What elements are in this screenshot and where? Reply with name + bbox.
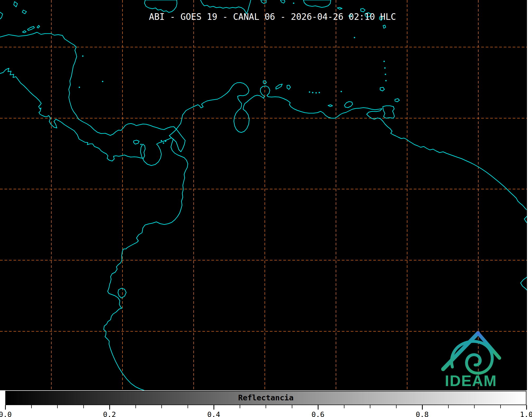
colorbar-minor-tick xyxy=(188,405,188,408)
colorbar-minor-tick xyxy=(448,405,449,408)
colorbar: Reflectancia 0.00.20.40.60.81.0 xyxy=(0,390,532,417)
colorbar-minor-tick xyxy=(344,405,344,408)
islet-dot xyxy=(340,91,342,92)
colorbar-major-tick xyxy=(213,405,214,410)
islet-dot xyxy=(312,92,313,93)
islet-dot xyxy=(79,86,80,88)
colorbar-minor-tick xyxy=(370,405,370,408)
islet-dot xyxy=(309,91,310,93)
colorbar-tick-label: 0.0 xyxy=(0,410,12,417)
islet-dot xyxy=(163,142,164,144)
colorbar-minor-tick xyxy=(135,405,136,408)
colorbar-tick-label: 0.6 xyxy=(312,410,325,417)
islet-dot xyxy=(385,80,387,81)
colorbar-tick-label: 0.2 xyxy=(103,410,116,417)
islet-dot xyxy=(354,37,355,38)
colorbar-major-tick xyxy=(318,405,319,410)
islet-dot xyxy=(140,144,142,145)
colorbar-tick-label: 1.0 xyxy=(520,410,532,417)
islet-dot xyxy=(161,140,162,141)
colorbar-minor-tick xyxy=(57,405,58,408)
ideam-logo-text: IDEAM xyxy=(445,372,497,389)
islet-dot xyxy=(385,74,386,75)
colorbar-major-tick xyxy=(526,405,527,410)
colorbar-major-tick xyxy=(109,405,110,410)
islet-dot xyxy=(384,67,385,68)
colorbar-minor-tick xyxy=(266,405,266,408)
islet-dot xyxy=(315,92,317,93)
colorbar-minor-tick xyxy=(83,405,84,408)
colorbar-minor-tick xyxy=(396,405,397,408)
islet-dot xyxy=(383,61,385,62)
islet-dot xyxy=(102,81,103,82)
colorbar-minor-tick xyxy=(474,405,475,408)
colorbar-minor-tick xyxy=(161,405,162,408)
islet-dot xyxy=(165,140,166,142)
islet-dot xyxy=(319,92,320,93)
colorbar-minor-tick xyxy=(31,405,32,408)
colorbar-major-tick xyxy=(422,405,423,410)
colorbar-minor-tick xyxy=(292,405,292,408)
colorbar-tick-label: 0.4 xyxy=(207,410,220,417)
colorbar-minor-tick xyxy=(500,405,501,408)
ideam-logo: IDEAM xyxy=(436,327,505,390)
figure-canvas: ABI - GOES 19 - CANAL 06 - 2026-04-26 02… xyxy=(0,0,532,417)
colorbar-major-tick xyxy=(5,405,6,410)
colorbar-title: Reflectancia xyxy=(238,393,294,402)
islet-dot xyxy=(82,55,83,57)
islet-dot xyxy=(293,2,294,4)
ideam-mountain-icon xyxy=(443,333,499,373)
map-title: ABI - GOES 19 - CANAL 06 - 2026-04-26 02… xyxy=(149,12,396,22)
colorbar-minor-tick xyxy=(240,405,240,408)
colorbar-tick-label: 0.8 xyxy=(416,410,429,417)
